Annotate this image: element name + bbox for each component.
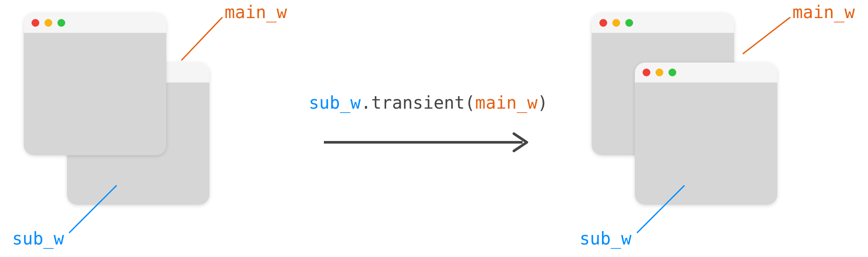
svg-line-4 bbox=[637, 185, 684, 233]
pointer-sub-w-right bbox=[0, 0, 868, 257]
